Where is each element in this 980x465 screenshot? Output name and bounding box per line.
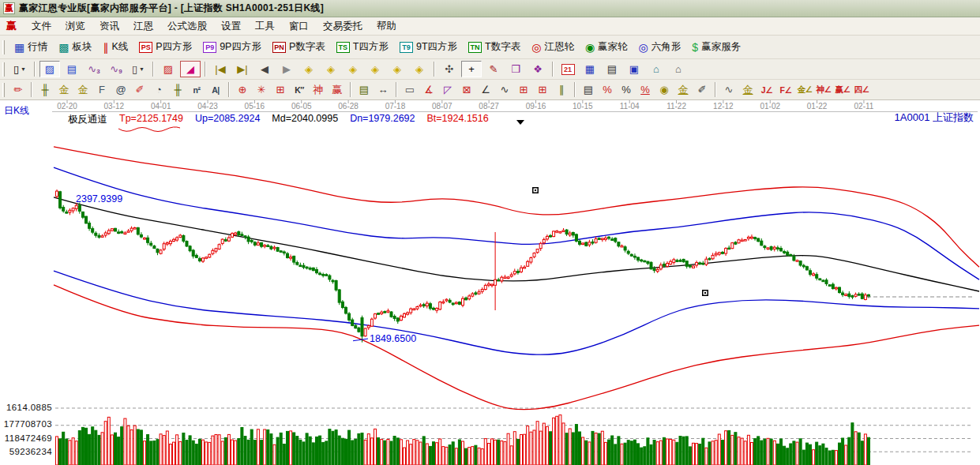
gold-underline-icon[interactable]: 金 xyxy=(674,81,693,98)
volume-profile-icon[interactable]: ◢ xyxy=(180,61,201,77)
shen-tool-icon[interactable]: 神 xyxy=(309,81,328,98)
notes-icon[interactable]: ▤ xyxy=(602,61,622,77)
percent-icon[interactable]: % xyxy=(617,81,636,98)
time-ruler-icon[interactable]: ╫ xyxy=(36,81,54,98)
expand-h-icon[interactable]: ◈ xyxy=(343,61,363,77)
wave-overlay-icon[interactable]: ∿ xyxy=(719,81,738,98)
k-mark-icon[interactable]: K″ xyxy=(290,81,309,98)
zoom-left-icon[interactable]: ◈ xyxy=(299,61,319,77)
kline-chart[interactable]: 02-2003-1204-0104-2305-1606-0506-2807-18… xyxy=(0,100,980,465)
marker-pen-icon[interactable]: ✐ xyxy=(130,81,149,98)
region-overview-icon[interactable]: ▨ xyxy=(39,61,60,77)
toolbar-grip[interactable] xyxy=(2,62,5,77)
gold-ratio-icon[interactable]: 金 xyxy=(54,81,73,98)
sectors-button[interactable]: ▩板块 xyxy=(53,39,97,55)
spiral-icon[interactable]: @ xyxy=(111,81,130,98)
toolbar-grip[interactable] xyxy=(2,40,5,54)
zoom-right-icon[interactable]: ◈ xyxy=(321,61,341,77)
zigzag-icon[interactable]: ∿ xyxy=(495,81,514,98)
shen-angle-icon[interactable]: 神∠ xyxy=(814,81,833,98)
menu-item-trade[interactable]: 交易委托 xyxy=(316,17,370,36)
menu-item-formula-picker[interactable]: 公式选股 xyxy=(160,17,214,36)
calculator-icon[interactable]: ▦ xyxy=(580,61,600,77)
ruler-123-icon[interactable]: ▤ xyxy=(355,81,374,98)
f-angle-icon[interactable]: F∠ xyxy=(776,81,795,98)
red-grid-2-icon[interactable]: ⊞ xyxy=(533,81,552,98)
n-square-icon[interactable]: n² xyxy=(187,81,206,98)
percent-change-icon[interactable]: % xyxy=(598,81,617,98)
gold-grid-icon[interactable]: 金 xyxy=(73,81,92,98)
gann-wheel-button[interactable]: ◎江恩轮 xyxy=(526,39,580,55)
percent-line-icon[interactable]: % xyxy=(636,81,655,98)
title-bar[interactable]: 赢 赢家江恩专业版[赢家内部服务平台] - [上证指数 SH1A0001-251… xyxy=(0,0,980,17)
gann-fan-box-icon[interactable]: ◸ xyxy=(438,81,457,98)
candle-style-dropdown[interactable]: ▯▼ xyxy=(9,61,30,77)
gold-circle-icon[interactable]: ◉ xyxy=(655,81,674,98)
grid-target-icon[interactable]: ⊞ xyxy=(271,81,290,98)
circle-cross-icon[interactable]: ⊕ xyxy=(233,81,252,98)
hexagon-button[interactable]: ◎六角形 xyxy=(633,39,687,55)
rect-select-icon[interactable]: ▭ xyxy=(400,81,419,98)
t-table-button[interactable]: TNT数字表 xyxy=(463,39,526,55)
kline-button[interactable]: ∥K线 xyxy=(97,39,133,55)
send-report-icon[interactable]: ⌂ xyxy=(646,61,666,77)
t-square-button[interactable]: TST四方形 xyxy=(331,39,394,55)
p-table-button[interactable]: PNP数字表 xyxy=(267,39,331,55)
p-square-button[interactable]: PSP四方形 xyxy=(133,39,197,55)
web-chart-icon[interactable]: ❖ xyxy=(528,61,548,77)
single-candle-dropdown[interactable]: ▯▼ xyxy=(128,61,148,77)
gold-angle-icon[interactable]: 金∠ xyxy=(795,81,814,98)
scroll-right-icon[interactable]: ▶ xyxy=(276,61,297,77)
stats-list-icon[interactable]: ▤ xyxy=(579,81,598,98)
menu-item-settings[interactable]: 设置 xyxy=(214,17,248,36)
j-angle-icon[interactable]: J∠ xyxy=(757,81,776,98)
9p-square-button[interactable]: P99P四方形 xyxy=(197,39,267,55)
chart-3-periods-icon[interactable]: ∿3 xyxy=(84,61,104,77)
menu-item-window[interactable]: 窗口 xyxy=(282,17,316,36)
menu-item-news[interactable]: 资讯 xyxy=(92,17,126,36)
quotes-button[interactable]: ▦行情 xyxy=(9,39,53,55)
red-grid-icon[interactable]: ⊞ xyxy=(514,81,533,98)
gann-fan-icon[interactable]: ∡ xyxy=(419,81,438,98)
expand-all-icon[interactable]: ◈ xyxy=(409,61,430,77)
workstation-icon[interactable]: ⌂ xyxy=(668,61,689,77)
pan-hand-icon[interactable]: ✣ xyxy=(439,61,460,77)
winner-wheel-button[interactable]: ◉赢家轮 xyxy=(580,39,633,55)
winner-service-button[interactable]: $赢家服务 xyxy=(686,39,746,55)
ying-angle-icon[interactable]: 赢∠ xyxy=(833,81,852,98)
last-page-icon[interactable]: ▶| xyxy=(232,61,253,77)
si-angle-icon[interactable]: 四∠ xyxy=(852,81,871,98)
speed-lines-icon[interactable]: ∠ xyxy=(476,81,495,98)
crosshair-icon[interactable]: + xyxy=(461,61,482,77)
fibonacci-ruler-icon[interactable]: F xyxy=(92,81,111,98)
menu-item-help[interactable]: 帮助 xyxy=(370,17,404,36)
price-ruler-icon[interactable]: ╫ xyxy=(168,81,187,98)
width-measure-icon[interactable]: ↔ xyxy=(374,81,392,98)
map-overlay-icon[interactable]: ▨ xyxy=(158,61,178,77)
ying-tool-icon[interactable]: 赢 xyxy=(328,81,347,98)
brush-icon[interactable]: ✏ xyxy=(9,81,28,98)
compress-h-icon[interactable]: ◈ xyxy=(365,61,385,77)
compress-all-icon[interactable]: ◈ xyxy=(387,61,407,77)
gann-tool-icon[interactable]: ❒ xyxy=(505,61,526,77)
first-page-icon[interactable]: |◀ xyxy=(210,61,231,77)
menu-item-file[interactable]: 文件 xyxy=(24,17,58,36)
starburst-icon[interactable]: ✳ xyxy=(252,81,271,98)
menu-item-gann[interactable]: 江恩 xyxy=(126,17,160,36)
measure-pen-icon[interactable]: ✐ xyxy=(693,81,712,98)
text-note-icon[interactable]: A| xyxy=(206,81,225,98)
scroll-left-icon[interactable]: ◀ xyxy=(254,61,275,77)
menu-item-tools[interactable]: 工具 xyxy=(248,17,282,36)
save-icon[interactable]: ▣ xyxy=(624,61,644,77)
9t-square-button[interactable]: T99T四方形 xyxy=(394,39,463,55)
cycle-clock-icon[interactable]: ◔ xyxy=(149,81,168,98)
menu-item-browse[interactable]: 浏览 xyxy=(58,17,92,36)
gold-line-icon[interactable]: 金 xyxy=(738,81,757,98)
calendar-icon[interactable]: 21 xyxy=(558,61,578,77)
toolbar-grip[interactable] xyxy=(2,83,5,97)
chart-9-periods-icon[interactable]: ∿9 xyxy=(106,61,126,77)
parallel-lines-icon[interactable]: ∥ xyxy=(552,81,571,98)
pointer-tag-icon[interactable]: ✎ xyxy=(483,61,504,77)
info-document-icon[interactable]: ▤ xyxy=(62,61,82,77)
gann-fan-grid-icon[interactable]: ⊠ xyxy=(457,81,476,98)
